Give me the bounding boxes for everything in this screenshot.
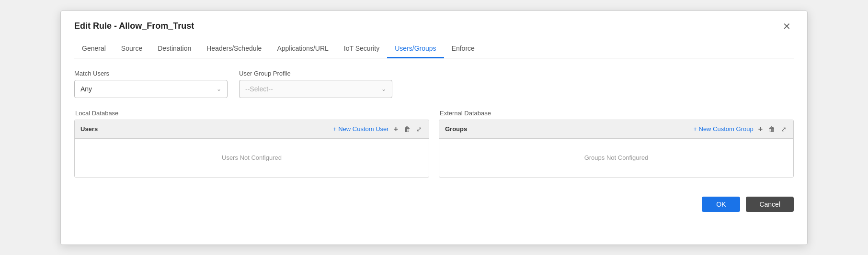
user-group-profile-placeholder: --Select-- bbox=[245, 85, 273, 93]
new-custom-group-link[interactable]: + New Custom Group bbox=[693, 125, 753, 133]
tab-destination[interactable]: Destination bbox=[150, 40, 199, 58]
match-users-label: Match Users bbox=[74, 70, 228, 77]
ok-button[interactable]: OK bbox=[702, 197, 740, 212]
delete-user-button[interactable]: 🗑 bbox=[403, 124, 411, 134]
expand-groups-icon: ⤢ bbox=[781, 125, 787, 133]
dialog-header: Edit Rule - Allow_From_Trust ✕ bbox=[74, 21, 794, 32]
edit-rule-dialog: Edit Rule - Allow_From_Trust ✕ General S… bbox=[60, 11, 808, 245]
external-database-table-header: Groups + New Custom Group + 🗑 ⤢ bbox=[439, 120, 793, 139]
tab-iot-security[interactable]: IoT Security bbox=[336, 40, 387, 58]
tab-source[interactable]: Source bbox=[114, 40, 150, 58]
match-users-value: Any bbox=[80, 85, 92, 93]
tab-enforce[interactable]: Enforce bbox=[444, 40, 482, 58]
user-group-profile-select[interactable]: --Select-- ⌄ bbox=[239, 80, 392, 98]
local-database-actions: + New Custom User + 🗑 ⤢ bbox=[333, 124, 423, 134]
user-group-profile-group: User Group Profile --Select-- ⌄ bbox=[239, 70, 392, 98]
dialog-title: Edit Rule - Allow_From_Trust bbox=[74, 21, 194, 31]
external-database-table: Groups + New Custom Group + 🗑 ⤢ bbox=[439, 120, 794, 177]
tab-users-groups[interactable]: Users/Groups bbox=[387, 40, 444, 58]
tab-applications-url[interactable]: Applications/URL bbox=[269, 40, 336, 58]
user-group-profile-chevron-icon: ⌄ bbox=[381, 86, 386, 92]
add-group-icon: + bbox=[758, 125, 763, 133]
add-group-button[interactable]: + bbox=[757, 124, 764, 134]
external-database-panel: External Database Groups + New Custom Gr… bbox=[439, 110, 794, 177]
new-custom-user-link[interactable]: + New Custom User bbox=[333, 125, 389, 133]
local-database-panel: Local Database Users + New Custom User +… bbox=[74, 110, 429, 177]
cancel-button[interactable]: Cancel bbox=[746, 197, 794, 212]
groups-empty-message: Groups Not Configured bbox=[439, 139, 793, 177]
local-database-table: Users + New Custom User + 🗑 ⤢ bbox=[74, 120, 429, 177]
trash-icon: 🗑 bbox=[404, 125, 411, 133]
expand-groups-button[interactable]: ⤢ bbox=[780, 124, 788, 134]
user-group-profile-label: User Group Profile bbox=[239, 70, 392, 77]
groups-column-label: Groups bbox=[445, 125, 467, 133]
local-database-table-header: Users + New Custom User + 🗑 ⤢ bbox=[75, 120, 429, 139]
expand-users-button[interactable]: ⤢ bbox=[415, 124, 423, 134]
external-database-actions: + New Custom Group + 🗑 ⤢ bbox=[693, 124, 788, 134]
form-row: Match Users Any ⌄ User Group Profile --S… bbox=[74, 70, 794, 98]
trash-group-icon: 🗑 bbox=[768, 125, 775, 133]
databases-row: Local Database Users + New Custom User +… bbox=[74, 110, 794, 177]
close-button[interactable]: ✕ bbox=[780, 21, 794, 32]
users-empty-message: Users Not Configured bbox=[75, 139, 429, 177]
add-user-button[interactable]: + bbox=[393, 124, 399, 134]
dialog-footer: OK Cancel bbox=[74, 197, 794, 212]
tab-headers-schedule[interactable]: Headers/Schedule bbox=[199, 40, 269, 58]
users-column-label: Users bbox=[80, 125, 98, 133]
expand-icon: ⤢ bbox=[416, 125, 422, 133]
match-users-group: Match Users Any ⌄ bbox=[74, 70, 228, 98]
match-users-chevron-icon: ⌄ bbox=[217, 86, 221, 92]
match-users-select[interactable]: Any ⌄ bbox=[74, 80, 228, 98]
tab-general[interactable]: General bbox=[74, 40, 114, 58]
local-database-title: Local Database bbox=[74, 110, 429, 117]
tab-bar: General Source Destination Headers/Sched… bbox=[74, 40, 794, 58]
external-database-title: External Database bbox=[439, 110, 794, 117]
delete-group-button[interactable]: 🗑 bbox=[767, 124, 776, 134]
add-icon: + bbox=[394, 125, 398, 133]
